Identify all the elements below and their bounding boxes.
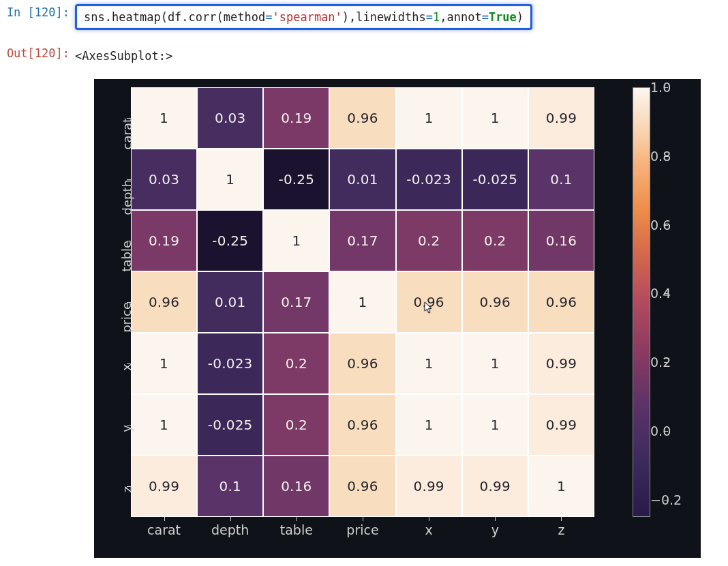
- colorbar-tick-mark: [664, 431, 668, 432]
- colorbar-tick-label: 0.4: [650, 286, 661, 301]
- code-token: heatmap: [112, 10, 161, 24]
- heatmap-cell: -0.025: [462, 149, 528, 210]
- heatmap-cell: -0.25: [263, 149, 329, 210]
- y-tick-label: table: [120, 241, 134, 272]
- colorbar-tick-label: 0.6: [650, 218, 661, 233]
- y-tick-label: x: [120, 363, 134, 371]
- heatmap-cell: 1: [396, 333, 462, 394]
- heatmap-cell: 1: [197, 149, 263, 210]
- x-tick-label: depth: [211, 522, 249, 537]
- heatmap-cell: 1: [329, 271, 395, 333]
- colorbar-tick-mark: [664, 362, 668, 363]
- colorbar-gradient: [633, 88, 650, 516]
- heatmap-cell: 1: [462, 87, 528, 149]
- heatmap-cell: 0.2: [263, 333, 329, 394]
- code-token: ): [342, 10, 349, 24]
- heatmap-cell: 0.96: [462, 271, 528, 333]
- y-tick-mark: [127, 302, 131, 303]
- code-token: (: [161, 10, 168, 24]
- y-tick-label: carat: [120, 118, 134, 149]
- notebook-input-cell: In [120]: sns.heatmap(df.corr(method='sp…: [0, 0, 728, 33]
- colorbar-tick-label: 0.2: [650, 355, 661, 370]
- code-token: method: [224, 10, 265, 24]
- heatmap-cell: 0.99: [528, 333, 594, 394]
- colorbar-tick-label: −0.2: [650, 492, 661, 507]
- code-token: linewidths: [356, 10, 425, 24]
- heatmap-cell: 0.96: [396, 271, 462, 333]
- code-token: .: [181, 10, 188, 24]
- heatmap-cell: 0.1: [528, 149, 594, 210]
- colorbar-tick-label: 1.0: [650, 80, 661, 95]
- code-input[interactable]: sns.heatmap(df.corr(method='spearman'),l…: [75, 4, 532, 30]
- y-tick-mark: [127, 179, 131, 180]
- heatmap-cell: 0.1: [197, 456, 263, 517]
- x-tick-label: z: [558, 522, 564, 537]
- x-tick-mark: [495, 517, 496, 521]
- x-tick-mark: [363, 517, 363, 521]
- y-tick-label: price: [120, 302, 134, 333]
- heatmap-cell: 1: [396, 87, 462, 149]
- code-token: True: [489, 10, 517, 24]
- heatmap-figure: 10.030.190.96110.990.031-0.250.01-0.023-…: [94, 79, 701, 558]
- heatmap-cell: 0.99: [528, 87, 594, 149]
- output-prompt: Out[120]:: [4, 45, 75, 61]
- heatmap-cell: 0.2: [396, 210, 462, 271]
- heatmap-cell: 1: [396, 394, 462, 456]
- heatmap-cell: 1: [131, 333, 197, 394]
- heatmap-grid: 10.030.190.96110.990.031-0.250.01-0.023-…: [131, 87, 594, 517]
- x-tick-label: y: [491, 522, 499, 537]
- y-tick-mark: [127, 118, 131, 119]
- code-token: corr: [189, 10, 217, 24]
- heatmap-cell: 0.96: [329, 394, 395, 456]
- heatmap-cell: 1: [131, 87, 197, 149]
- heatmap-cell: 0.17: [329, 210, 395, 271]
- x-tick-label: table: [280, 522, 313, 537]
- y-tick-label: y: [120, 425, 134, 432]
- x-tick-mark: [164, 517, 165, 521]
- colorbar-tick-label: 0.8: [650, 149, 661, 164]
- x-tick-mark: [297, 517, 297, 521]
- colorbar-tick-mark: [664, 156, 668, 157]
- heatmap-cell: 0.99: [396, 456, 462, 517]
- heatmap-cell: 0.03: [197, 87, 263, 149]
- x-tick-mark: [429, 517, 429, 521]
- heatmap-cell: 1: [131, 394, 197, 456]
- heatmap-cell: -0.023: [396, 149, 462, 210]
- heatmap-cell: 0.2: [462, 210, 528, 271]
- code-token: df: [168, 10, 181, 24]
- y-tick-mark: [127, 363, 131, 364]
- x-tick-mark: [561, 517, 562, 521]
- heatmap-cell: 1: [528, 456, 594, 517]
- x-tick-label: price: [346, 522, 378, 537]
- heatmap-cell: 1: [462, 394, 528, 456]
- y-tick-label: z: [120, 486, 134, 492]
- code-token: ,: [440, 10, 446, 24]
- y-tick-mark: [127, 241, 131, 241]
- heatmap-cell: 1: [263, 210, 329, 271]
- heatmap-cell: 0.01: [329, 149, 395, 210]
- heatmap-cell: 0.19: [131, 210, 197, 271]
- colorbar-tick-mark: [664, 500, 668, 501]
- code-token: sns: [84, 10, 105, 24]
- heatmap-cell: -0.25: [197, 210, 263, 271]
- code-token: ): [517, 10, 524, 24]
- y-tick-mark: [127, 425, 131, 426]
- heatmap-cell: 0.19: [263, 87, 329, 149]
- code-token: ,: [349, 10, 356, 24]
- heatmap-cell: 0.99: [131, 456, 197, 517]
- code-token: annot: [446, 10, 481, 24]
- code-token: .: [105, 10, 112, 24]
- colorbar: [633, 87, 650, 517]
- y-tick-label: depth: [120, 179, 134, 215]
- code-token: =: [265, 10, 272, 24]
- x-tick-label: carat: [147, 522, 181, 537]
- heatmap-cell: 0.96: [329, 87, 395, 149]
- code-token: 'spearman': [272, 10, 342, 24]
- heatmap-cell: 0.01: [197, 271, 263, 333]
- code-token: (: [217, 10, 224, 24]
- code-token: =: [482, 10, 489, 24]
- heatmap-cell: 0.96: [528, 271, 594, 333]
- colorbar-tick-label: 0.0: [650, 423, 661, 438]
- heatmap-cell: -0.025: [197, 394, 263, 456]
- code-token: =: [426, 10, 433, 24]
